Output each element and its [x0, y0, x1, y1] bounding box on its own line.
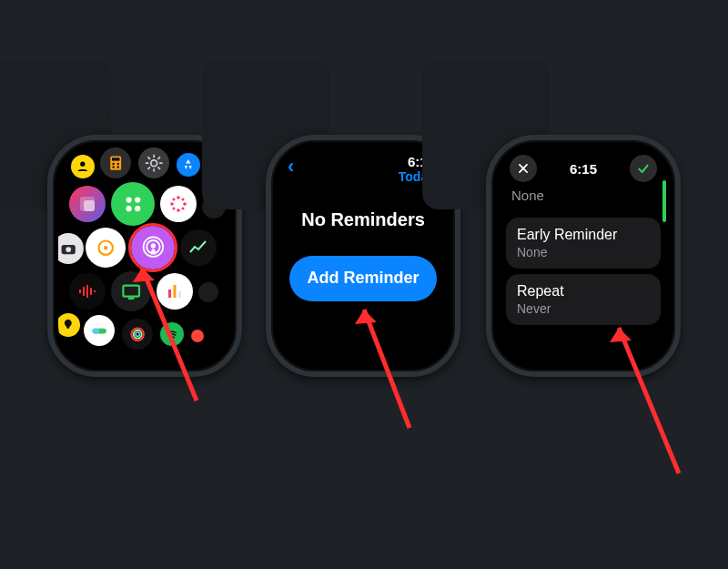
spotify-app-icon[interactable] [160, 322, 184, 346]
svg-rect-2 [112, 157, 119, 160]
podcasts-app-icon[interactable] [131, 226, 175, 269]
svg-point-31 [66, 247, 71, 252]
side-button[interactable] [238, 257, 242, 308]
side-button[interactable] [677, 257, 681, 308]
svg-point-7 [151, 160, 157, 167]
svg-point-34 [150, 243, 155, 248]
svg-point-23 [177, 208, 180, 212]
settings-app-icon[interactable] [138, 147, 169, 178]
cancel-button[interactable] [510, 155, 537, 182]
svg-point-5 [112, 166, 114, 168]
scroll-indicator [662, 180, 666, 222]
music-app-icon[interactable] [157, 273, 193, 310]
svg-point-24 [170, 202, 174, 206]
svg-point-26 [173, 198, 176, 201]
svg-point-4 [116, 163, 118, 165]
activity-app-icon[interactable] [122, 319, 153, 350]
svg-rect-17 [84, 200, 95, 211]
confirm-button[interactable] [630, 155, 657, 182]
svg-line-14 [147, 167, 150, 169]
svg-line-15 [157, 157, 160, 159]
check-icon [636, 161, 651, 176]
pill-app-icon[interactable] [84, 315, 115, 346]
tutorial-stage: ‹ 6:15 Today No Reminders Add Reminder [0, 0, 728, 569]
add-reminder-label: Add Reminder [307, 269, 419, 288]
repeat-value: Never [517, 301, 650, 316]
svg-point-20 [126, 206, 131, 211]
time-label: 6:15 [570, 161, 597, 177]
phone-app-icon[interactable] [111, 182, 155, 226]
findmy-app-icon[interactable] [111, 271, 151, 311]
repeat-row[interactable]: Repeat Never [506, 274, 661, 325]
svg-point-50 [134, 330, 142, 339]
svg-rect-42 [123, 285, 139, 296]
memos-app-icon[interactable] [69, 273, 106, 310]
appstore-app-icon[interactable] [177, 153, 200, 177]
side-button[interactable] [457, 257, 460, 308]
svg-rect-45 [174, 285, 177, 298]
svg-point-27 [182, 198, 185, 201]
svg-point-51 [136, 332, 139, 336]
stocks-app-icon[interactable] [180, 229, 217, 266]
digital-crown[interactable] [675, 197, 681, 237]
svg-point-29 [182, 208, 185, 210]
wallet-app-icon[interactable] [86, 228, 126, 268]
watch-case-3: 6:15 None Early Reminder None Repeat Nev… [486, 135, 681, 377]
watch-screen-3: 6:15 None Early Reminder None Repeat Nev… [497, 146, 670, 366]
svg-point-21 [135, 206, 140, 211]
edge-dot-icon[interactable] [198, 282, 218, 302]
svg-point-22 [177, 196, 180, 199]
svg-rect-43 [128, 298, 135, 300]
svg-point-3 [112, 163, 114, 165]
no-reminders-heading: No Reminders [277, 209, 450, 230]
close-icon [517, 162, 530, 175]
early-reminder-row[interactable]: Early Reminder None [506, 218, 661, 269]
tips-app-icon[interactable] [160, 186, 197, 222]
top-field-value: None [497, 182, 670, 212]
svg-point-0 [80, 162, 85, 167]
repeat-title: Repeat [517, 283, 650, 300]
shortcuts-app-icon[interactable] [69, 186, 106, 222]
svg-point-19 [135, 197, 140, 202]
calculator-app-icon[interactable] [100, 147, 131, 178]
early-reminder-title: Early Reminder [517, 227, 650, 243]
camera-app-icon[interactable] [58, 233, 84, 264]
add-reminder-button[interactable]: Add Reminder [289, 256, 437, 301]
svg-point-28 [173, 208, 176, 210]
svg-line-12 [147, 157, 150, 159]
svg-line-13 [157, 167, 160, 169]
back-button[interactable]: ‹ [288, 155, 294, 184]
notification-dot-icon [191, 330, 204, 342]
svg-rect-48 [92, 328, 99, 333]
svg-point-33 [104, 246, 107, 249]
noise-app-icon[interactable] [58, 313, 80, 337]
svg-point-25 [183, 202, 187, 206]
svg-point-6 [116, 166, 118, 168]
svg-rect-44 [168, 290, 171, 298]
contacts-app-icon[interactable] [71, 155, 95, 178]
svg-rect-46 [178, 291, 181, 298]
early-reminder-value: None [517, 245, 650, 259]
svg-point-18 [126, 197, 131, 202]
